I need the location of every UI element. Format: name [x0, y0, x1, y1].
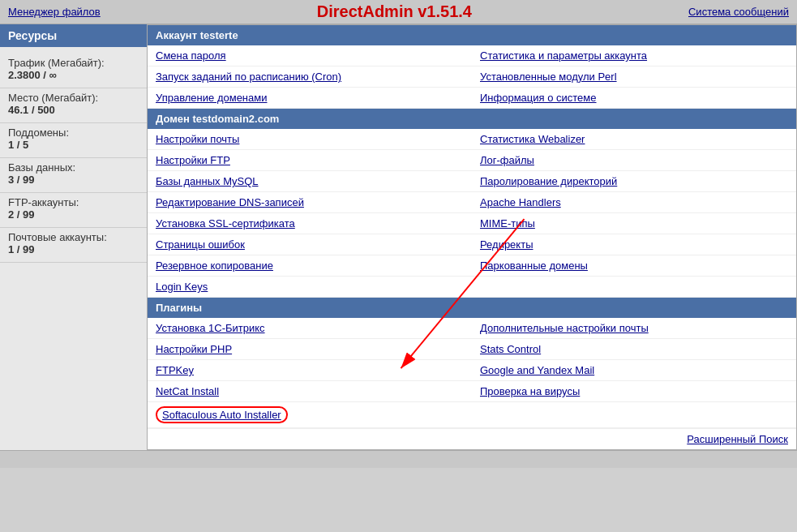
disk-value: 46.1 / 500: [8, 104, 139, 116]
softaculous-link[interactable]: Softaculous Auto Installer: [156, 406, 288, 423]
link-cell-empty-plugins: [472, 402, 796, 428]
traffic-value: 2.3800 / ∞: [8, 69, 139, 81]
file-manager-link-container: Менеджер файлов: [8, 6, 101, 18]
mysql-link[interactable]: Базы данных MySQL: [156, 175, 259, 187]
link-cell-backup: Резервное копирование: [148, 255, 472, 277]
link-cell-ftp-settings: Настройки FTP: [148, 150, 472, 171]
apache-handlers-link[interactable]: Apache Handlers: [480, 196, 561, 208]
link-cell-password-protect: Паролирование директорий: [472, 171, 796, 192]
disk-label: Место (Мегабайт):: [8, 92, 139, 104]
logs-link[interactable]: Лог-файлы: [480, 154, 534, 166]
php-settings-link[interactable]: Настройки PHP: [156, 343, 232, 355]
link-cell-logs: Лог-файлы: [472, 150, 796, 171]
top-bar: Менеджер файлов DirectAdmin v1.51.4 Сист…: [0, 0, 797, 24]
link-cell-mysql: Базы данных MySQL: [148, 171, 472, 192]
password-protect-link[interactable]: Паролирование директорий: [480, 175, 617, 187]
account-links-grid: Смена пароля Статистика и параметры акка…: [148, 45, 796, 109]
messages-link-container: Система сообщений: [688, 6, 789, 18]
ssl-link[interactable]: Установка SSL-сертификата: [156, 217, 295, 230]
link-cell-mime: MIME-типы: [472, 213, 796, 234]
stats-control-link[interactable]: Stats Control: [480, 343, 541, 355]
mail-value: 1 / 99: [8, 243, 139, 255]
sidebar-item-traffic: Трафик (Мегабайт): 2.3800 / ∞: [0, 54, 147, 88]
system-info-link[interactable]: Информация о системе: [480, 92, 597, 104]
link-cell-empty-domain: [472, 277, 796, 298]
link-cell-error-pages: Страницы ошибок: [148, 234, 472, 255]
change-password-link[interactable]: Смена пароля: [156, 49, 226, 62]
domain-section-header: Домен testdomain2.com: [148, 109, 796, 129]
backup-link[interactable]: Резервное копирование: [156, 260, 273, 272]
link-cell-softaculous: Softaculous Auto Installer: [148, 402, 472, 428]
ftp-value: 2 / 99: [8, 208, 139, 221]
parked-domains-link[interactable]: Паркованные домены: [480, 260, 588, 272]
link-cell-dns: Редактирование DNS-записей: [148, 192, 472, 213]
domain-links-grid: Настройки почты Статистика Webalizer Нас…: [148, 129, 796, 298]
ftp-label: FTP-аккаунты:: [8, 196, 139, 208]
link-cell-webalizer: Статистика Webalizer: [472, 129, 796, 150]
extra-mail-link[interactable]: Дополнительные настройки почты: [480, 322, 649, 334]
bottom-strip: [0, 450, 797, 468]
bottom-search: Расширенный Поиск: [148, 428, 796, 449]
sidebar: Ресурсы Трафик (Мегабайт): 2.3800 / ∞ Ме…: [0, 24, 148, 450]
link-cell-change-password: Смена пароля: [148, 45, 472, 66]
netcat-link[interactable]: NetCat Install: [156, 385, 219, 397]
sidebar-item-subdomains: Поддомены: 1 / 5: [0, 123, 147, 158]
link-cell-mail-settings: Настройки почты: [148, 129, 472, 150]
file-manager-link[interactable]: Менеджер файлов: [8, 6, 101, 18]
subdomains-label: Поддомены:: [8, 127, 139, 139]
traffic-label: Трафик (Мегабайт):: [8, 57, 139, 69]
redirects-link[interactable]: Редиректы: [480, 238, 533, 251]
mail-settings-link[interactable]: Настройки почты: [156, 133, 239, 145]
sidebar-title: Ресурсы: [0, 24, 147, 47]
link-cell-netcat: NetCat Install: [148, 381, 472, 402]
main-layout: Ресурсы Трафик (Мегабайт): 2.3800 / ∞ Ме…: [0, 24, 797, 450]
databases-value: 3 / 99: [8, 174, 139, 186]
sidebar-item-databases: Базы данных: 3 / 99: [0, 158, 147, 193]
link-cell-login-keys: Login Keys: [148, 277, 472, 298]
link-cell-perl: Установленные модули Perl: [472, 66, 796, 88]
dns-link[interactable]: Редактирование DNS-записей: [156, 196, 304, 208]
bitrix-link[interactable]: Установка 1С-Битрикс: [156, 322, 265, 334]
link-cell-redirects: Редиректы: [472, 234, 796, 255]
error-pages-link[interactable]: Страницы ошибок: [156, 238, 245, 251]
domains-mgmt-link[interactable]: Управление доменами: [156, 92, 267, 104]
databases-label: Базы данных:: [8, 161, 139, 174]
sidebar-item-mail: Почтовые аккаунты: 1 / 99: [0, 228, 147, 263]
plugins-section-header: Плагины: [148, 298, 796, 318]
messages-link[interactable]: Система сообщений: [688, 6, 789, 18]
link-cell-virus-check: Проверка на вирусы: [472, 381, 796, 402]
link-cell-bitrix: Установка 1С-Битрикс: [148, 318, 472, 339]
link-cell-parked-domains: Паркованные домены: [472, 255, 796, 277]
google-yandex-link[interactable]: Google and Yandex Mail: [480, 364, 594, 376]
plugins-links-grid: Установка 1С-Битрикс Дополнительные наст…: [148, 318, 796, 428]
app-name: DirectAdmin: [317, 2, 413, 20]
link-cell-cron: Запуск заданий по расписанию (Cron): [148, 66, 472, 88]
stats-account-link[interactable]: Статистика и параметры аккаунта: [480, 49, 647, 62]
link-cell-domains-mgmt: Управление доменами: [148, 88, 472, 109]
account-section-header: Аккаунт testerte: [148, 25, 796, 45]
mail-label: Почтовые аккаунты:: [8, 231, 139, 243]
link-cell-stats-account: Статистика и параметры аккаунта: [472, 45, 796, 66]
sidebar-item-disk: Место (Мегабайт): 46.1 / 500: [0, 88, 147, 123]
link-cell-system-info: Информация о системе: [472, 88, 796, 109]
link-cell-extra-mail: Дополнительные настройки почты: [472, 318, 796, 339]
link-cell-ssl: Установка SSL-сертификата: [148, 213, 472, 234]
content-area: Аккаунт testerte Смена пароля Статистика…: [148, 24, 797, 450]
ftp-settings-link[interactable]: Настройки FTP: [156, 154, 230, 166]
virus-check-link[interactable]: Проверка на вирусы: [480, 385, 580, 397]
ftpkey-link[interactable]: FTPKey: [156, 364, 194, 376]
webalizer-link[interactable]: Статистика Webalizer: [480, 133, 585, 145]
link-cell-apache-handlers: Apache Handlers: [472, 192, 796, 213]
mime-link[interactable]: MIME-типы: [480, 217, 535, 230]
perl-link[interactable]: Установленные модули Perl: [480, 71, 617, 83]
cron-link[interactable]: Запуск заданий по расписанию (Cron): [156, 71, 341, 83]
link-cell-php-settings: Настройки PHP: [148, 339, 472, 360]
advanced-search-link[interactable]: Расширенный Поиск: [687, 433, 788, 445]
link-cell-ftpkey: FTPKey: [148, 360, 472, 381]
link-cell-stats-control: Stats Control: [472, 339, 796, 360]
app-version: v1.51.4: [418, 2, 472, 20]
link-cell-google-yandex: Google and Yandex Mail: [472, 360, 796, 381]
subdomains-value: 1 / 5: [8, 139, 139, 151]
login-keys-link[interactable]: Login Keys: [156, 281, 208, 293]
app-title: DirectAdmin v1.51.4: [317, 2, 472, 21]
